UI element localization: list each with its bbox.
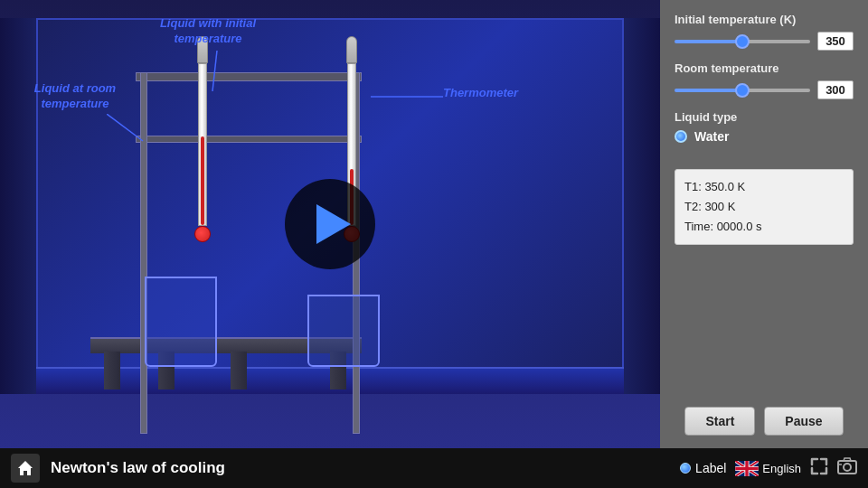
time-reading: Time: 0000.0 s — [684, 217, 844, 237]
label-liquid-room: Liquid at roomtemperature — [16, 81, 134, 112]
initial-temp-group: Initial temperature (K) 350 — [675, 13, 854, 51]
fullscreen-icon — [810, 457, 828, 475]
room-temp-slider[interactable] — [675, 89, 810, 92]
liquid-type-value: Water — [694, 129, 729, 144]
initial-temp-label: Initial temperature (K) — [675, 13, 854, 26]
room-temp-slider-row: 300 — [675, 80, 854, 99]
liquid-type-label: Liquid type — [675, 110, 854, 124]
arrow-liquid-room — [107, 114, 152, 145]
start-button[interactable]: Start — [684, 407, 755, 436]
arrow-liquid-initial — [208, 51, 262, 96]
room-temp-value: 300 — [817, 80, 854, 99]
label-button-dot — [680, 463, 691, 474]
svg-marker-3 — [18, 461, 33, 475]
initial-temp-value: 350 — [817, 32, 854, 51]
therm-liquid-1 — [201, 136, 204, 225]
label-thermometer: Thermometer — [443, 86, 518, 101]
initial-temp-slider[interactable] — [675, 40, 810, 43]
simulation-viewport: Liquid with initialtemperature Liquid at… — [0, 0, 660, 448]
label-button[interactable]: Label — [680, 461, 726, 475]
bottom-right: Label English — [680, 457, 857, 479]
room-left-wall — [0, 18, 36, 394]
home-icon — [16, 459, 34, 477]
main-area: Liquid with initialtemperature Liquid at… — [0, 0, 868, 448]
t2-reading: T2: 300 K — [684, 197, 844, 217]
svg-point-6 — [844, 464, 851, 471]
liquid-type-radio-row[interactable]: Water — [675, 129, 854, 144]
play-button[interactable] — [285, 179, 375, 269]
button-row: Start Pause — [675, 407, 854, 436]
label-button-text: Label — [695, 461, 726, 475]
app: Liquid with initialtemperature Liquid at… — [0, 0, 868, 488]
room-temp-label: Room temperature — [675, 61, 854, 75]
pause-button[interactable]: Pause — [764, 407, 843, 436]
play-triangle — [316, 204, 351, 244]
uk-flag — [735, 461, 759, 476]
home-button[interactable] — [11, 454, 40, 483]
bottom-bar: Newton's law of cooling Label English — [0, 448, 868, 488]
room-temp-group: Room temperature 300 — [675, 61, 854, 99]
therm-top-2 — [346, 36, 357, 63]
language-selector[interactable]: English — [735, 461, 801, 476]
initial-temp-slider-container — [675, 34, 810, 49]
room-temp-slider-container — [675, 83, 810, 98]
svg-line-1 — [107, 114, 143, 141]
app-title: Newton's law of cooling — [51, 459, 669, 477]
language-label: English — [762, 462, 801, 475]
screenshot-button[interactable] — [837, 457, 857, 479]
table-leg-1 — [104, 352, 120, 389]
beaker-1 — [145, 277, 217, 367]
arrow-thermometer — [371, 89, 443, 108]
info-box: T1: 350.0 K T2: 300 K Time: 0000.0 s — [675, 169, 854, 245]
fullscreen-button[interactable] — [810, 457, 828, 479]
therm-body-1 — [198, 63, 207, 226]
room-right-wall — [624, 18, 660, 394]
initial-temp-slider-row: 350 — [675, 32, 854, 51]
liquid-type-radio-dot[interactable] — [675, 130, 687, 143]
liquid-type-group: Liquid type Water — [675, 110, 854, 144]
therm-bulb-1 — [194, 226, 211, 242]
camera-icon — [837, 457, 857, 475]
right-panel: Initial temperature (K) 350 Room tempera… — [660, 0, 868, 448]
table-leg-3 — [231, 352, 247, 389]
label-liquid-initial: Liquid with initialtemperature — [131, 16, 285, 47]
beaker-2 — [307, 295, 380, 367]
svg-line-0 — [212, 51, 217, 91]
frame-bottom-rail — [136, 136, 362, 143]
t1-reading: T1: 350.0 K — [684, 177, 844, 197]
